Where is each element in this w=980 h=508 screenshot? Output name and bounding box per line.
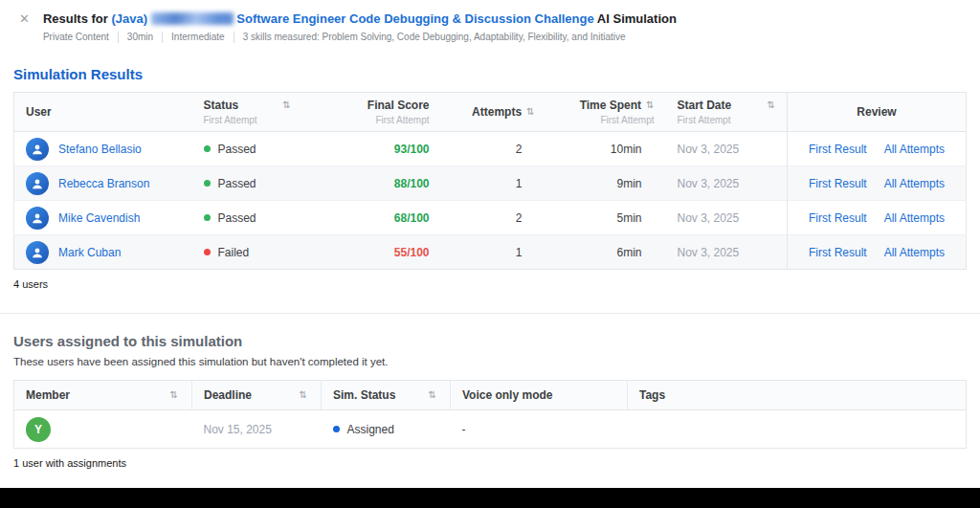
section-divider xyxy=(0,313,980,314)
col-header-member[interactable]: Member⇅ xyxy=(14,381,192,410)
status-label: Failed xyxy=(218,246,250,259)
content: Simulation Results User Status⇅ First At… xyxy=(0,66,980,469)
sim-status-label: Assigned xyxy=(347,423,394,436)
person-icon xyxy=(31,143,44,156)
start-date-value: Nov 3, 2025 xyxy=(666,235,788,270)
results-table: User Status⇅ First Attempt Final Score F… xyxy=(13,92,967,270)
simulation-meta: Private Content 30min Intermediate 3 ski… xyxy=(43,32,961,43)
meta-skills: 3 skills measured: Problem Solving, Code… xyxy=(234,32,635,43)
col-header-start-date[interactable]: Start Date⇅ First Attempt xyxy=(666,93,788,132)
bottom-bar xyxy=(0,488,980,508)
time-spent-value: 5min xyxy=(546,201,666,235)
sort-icon[interactable]: ⇅ xyxy=(170,388,178,402)
col-header-final-score: Final Score First Attempt xyxy=(350,93,441,132)
results-header-row: User Status⇅ First Attempt Final Score F… xyxy=(14,93,967,132)
tags-value xyxy=(628,410,967,449)
status-label: Passed xyxy=(218,177,256,190)
title-link-java[interactable]: (Java) xyxy=(111,11,147,26)
sort-icon[interactable]: ⇅ xyxy=(526,105,534,119)
status-dot xyxy=(333,426,340,432)
col-header-status[interactable]: Status⇅ First Attempt xyxy=(192,93,350,132)
col-subheader: First Attempt xyxy=(204,115,339,125)
sort-icon[interactable]: ⇅ xyxy=(282,99,290,112)
section-title-assigned: Users assigned to this simulation xyxy=(13,333,967,349)
all-attempts-link[interactable]: All Attempts xyxy=(884,143,945,156)
table-row: Rebecca Branson Passed 88/100 1 9min Nov… xyxy=(14,166,967,201)
assigned-subtitle: These users have been assigned this simu… xyxy=(13,356,967,367)
all-attempts-link[interactable]: All Attempts xyxy=(884,177,945,190)
redacted-text xyxy=(151,12,234,25)
section-title-results: Simulation Results xyxy=(13,66,967,82)
user-name-link[interactable]: Mike Cavendish xyxy=(58,211,140,225)
table-row: Mike Cavendish Passed 68/100 2 5min Nov … xyxy=(14,201,967,235)
assigned-user-avatar[interactable]: Y xyxy=(26,417,51,442)
title-suffix: AI Simulation xyxy=(597,11,677,26)
table-row: Y Nov 15, 2025 Assigned - xyxy=(14,410,967,449)
time-spent-value: 6min xyxy=(546,235,666,270)
time-spent-value: 10min xyxy=(546,132,666,166)
col-subheader: First Attempt xyxy=(362,115,430,125)
start-date-value: Nov 3, 2025 xyxy=(666,132,788,166)
all-attempts-link[interactable]: All Attempts xyxy=(884,246,945,259)
first-result-link[interactable]: First Result xyxy=(809,211,867,225)
status-dot xyxy=(204,180,211,187)
sort-icon[interactable]: ⇅ xyxy=(300,388,307,402)
col-header-attempts[interactable]: Attempts⇅ xyxy=(441,93,546,132)
status-dot xyxy=(204,214,211,221)
voice-only-value: - xyxy=(451,410,628,449)
col-subheader: First Attempt xyxy=(558,115,655,125)
sort-icon[interactable]: ⇅ xyxy=(768,99,775,112)
col-header-sim-status[interactable]: Sim. Status⇅ xyxy=(322,381,451,410)
simulation-results-page: ✕ Results for (Java) Software Engineer C… xyxy=(0,0,980,508)
all-attempts-link[interactable]: All Attempts xyxy=(884,211,945,225)
person-icon xyxy=(31,177,44,190)
col-header-review: Review xyxy=(788,93,967,132)
final-score: 68/100 xyxy=(394,211,430,225)
col-header-tags: Tags xyxy=(628,381,967,410)
title-link-challenge[interactable]: Software Engineer Code Debugging & Discu… xyxy=(236,11,593,26)
top-bar: ✕ Results for (Java) Software Engineer C… xyxy=(0,0,980,47)
person-icon xyxy=(31,211,44,225)
title-wrap: Results for (Java) Software Engineer Cod… xyxy=(43,11,961,43)
meta-private-content: Private Content xyxy=(43,32,118,43)
sort-icon[interactable]: ⇅ xyxy=(429,388,436,402)
col-header-deadline[interactable]: Deadline⇅ xyxy=(192,381,322,410)
first-result-link[interactable]: First Result xyxy=(809,177,867,190)
table-row: Mark Cuban Failed 55/100 1 6min Nov 3, 2… xyxy=(14,235,967,270)
table-row: Stefano Bellasio Passed 93/100 2 10min N… xyxy=(14,132,967,166)
status-dot xyxy=(204,249,211,255)
final-score: 55/100 xyxy=(394,246,430,259)
assigned-count: 1 user with assignments xyxy=(13,457,967,469)
meta-duration: 30min xyxy=(118,32,162,43)
user-name-link[interactable]: Rebecca Branson xyxy=(58,177,149,190)
deadline-value: Nov 15, 2025 xyxy=(192,410,322,449)
status-dot xyxy=(204,145,211,152)
assigned-table: Member⇅ Deadline⇅ Sim. Status⇅ Voice onl… xyxy=(13,380,967,449)
final-score: 88/100 xyxy=(394,177,430,190)
user-name-link[interactable]: Mark Cuban xyxy=(58,246,121,259)
user-avatar xyxy=(26,207,49,230)
first-result-link[interactable]: First Result xyxy=(809,143,867,156)
first-result-link[interactable]: First Result xyxy=(809,246,867,259)
meta-level: Intermediate xyxy=(162,32,234,43)
final-score: 93/100 xyxy=(394,143,430,156)
time-spent-value: 9min xyxy=(546,166,666,201)
col-subheader: First Attempt xyxy=(678,115,776,125)
sort-icon[interactable]: ⇅ xyxy=(646,99,654,112)
user-name-link[interactable]: Stefano Bellasio xyxy=(58,143,142,156)
assigned-header-row: Member⇅ Deadline⇅ Sim. Status⇅ Voice onl… xyxy=(14,381,967,410)
col-header-voice-only: Voice only mode xyxy=(451,381,628,410)
status-label: Passed xyxy=(218,211,256,225)
user-avatar xyxy=(26,172,49,195)
col-header-time-spent[interactable]: Time Spent⇅ First Attempt xyxy=(546,93,666,132)
page-title: Results for (Java) Software Engineer Cod… xyxy=(43,11,961,27)
title-prefix: Results for xyxy=(43,11,108,26)
user-avatar xyxy=(26,138,49,161)
close-icon[interactable]: ✕ xyxy=(19,11,30,27)
attempts-value: 1 xyxy=(441,235,546,270)
results-count: 4 users xyxy=(13,278,967,290)
start-date-value: Nov 3, 2025 xyxy=(666,166,788,201)
person-icon xyxy=(31,246,44,259)
attempts-value: 2 xyxy=(441,201,546,235)
col-header-user: User xyxy=(14,93,192,132)
